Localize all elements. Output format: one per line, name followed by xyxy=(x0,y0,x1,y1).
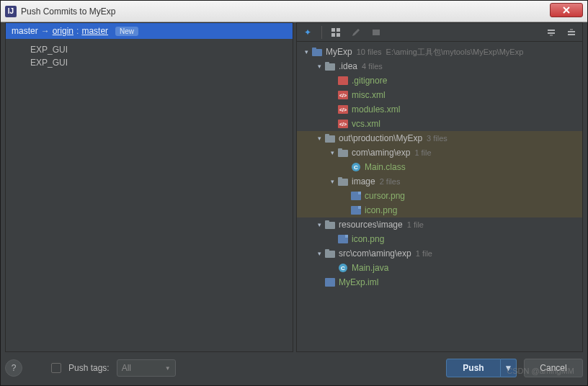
node-label: .idea xyxy=(339,61,357,71)
svg-rect-2 xyxy=(331,28,335,32)
chevron-down-icon[interactable]: ▾ xyxy=(327,178,337,185)
svg-rect-22 xyxy=(338,177,342,180)
folder-icon xyxy=(324,133,336,143)
tree-folder-idea[interactable]: ▾ .idea 4 files xyxy=(297,59,582,73)
node-label: out\production\MyExp xyxy=(339,133,422,143)
node-label: com\aming\exp xyxy=(352,148,410,158)
file-label: icon.png xyxy=(365,205,397,215)
node-label: image xyxy=(352,176,375,187)
chevron-down-icon[interactable]: ▾ xyxy=(314,135,324,142)
tree-folder-pkg[interactable]: ▾ com\aming\exp 1 file xyxy=(297,145,582,160)
titlebar: IJ Push Commits to MyExp xyxy=(1,1,587,22)
app-icon: IJ xyxy=(5,6,17,17)
remote-branch[interactable]: master xyxy=(81,26,108,36)
chevron-down-icon[interactable]: ▾ xyxy=(327,149,337,156)
commit-item[interactable]: EXP_GUI xyxy=(6,56,293,69)
file-label: modules.xml xyxy=(352,104,400,115)
file-count: 1 file xyxy=(416,249,432,258)
tree-folder-out[interactable]: ▾ out\production\MyExp 3 files xyxy=(297,131,582,145)
files-pane: ✦ ▾ MyExp 10 xyxy=(296,22,583,352)
commit-item[interactable]: EXP_GUI xyxy=(6,43,293,56)
chevron-down-icon[interactable]: ▾ xyxy=(314,221,324,228)
push-tags-select[interactable]: All ▼ xyxy=(117,359,176,377)
window-title: Push Commits to MyExp xyxy=(21,6,550,17)
collapse-all-icon[interactable] xyxy=(565,26,578,39)
help-button[interactable]: ? xyxy=(5,359,22,377)
tree-file[interactable]: CMain.class xyxy=(297,160,582,174)
tree-root[interactable]: ▾ MyExp 10 files E:\aming工具包\mytools\MyE… xyxy=(297,45,582,59)
class-icon: C xyxy=(337,263,349,273)
filesystem-path: E:\aming工具包\mytools\MyExp\MyExp xyxy=(386,47,524,58)
node-label: src\com\aming\exp xyxy=(339,248,411,259)
file-label: misc.xml xyxy=(352,90,386,100)
new-badge: New xyxy=(115,27,138,36)
file-count: 4 files xyxy=(362,62,383,71)
chevron-down-icon[interactable]: ▾ xyxy=(314,63,324,70)
tree-file[interactable]: </>vcs.xml xyxy=(297,117,582,131)
chevron-down-icon[interactable]: ▾ xyxy=(301,48,311,55)
svg-rect-18 xyxy=(325,134,329,137)
gitignore-icon xyxy=(337,76,349,86)
select-value: All xyxy=(122,363,131,373)
tree-file[interactable]: icon.png xyxy=(297,232,582,246)
tree-file[interactable]: icon.png xyxy=(297,203,582,217)
colon: : xyxy=(76,26,79,36)
tree-file[interactable]: </>misc.xml xyxy=(297,88,582,102)
push-tags-checkbox[interactable] xyxy=(51,363,61,373)
close-button[interactable] xyxy=(550,3,583,17)
svg-rect-5 xyxy=(337,33,340,37)
tree-folder-resources[interactable]: ▾ resources\image 1 file xyxy=(297,217,582,232)
view-icon[interactable] xyxy=(370,26,383,39)
image-file-icon xyxy=(350,191,362,201)
push-dropdown-button[interactable]: ▼ xyxy=(501,359,517,377)
content-area: master → origin : master New EXP_GUI EXP… xyxy=(5,22,583,352)
tree-folder-src[interactable]: ▾ src\com\aming\exp 1 file xyxy=(297,246,582,261)
file-label: icon.png xyxy=(352,234,384,244)
image-file-icon xyxy=(337,234,349,244)
svg-rect-3 xyxy=(337,28,340,32)
iml-icon xyxy=(324,277,336,287)
xml-icon: </> xyxy=(337,104,349,115)
svg-rect-6 xyxy=(373,30,380,35)
xml-icon: </> xyxy=(337,119,349,129)
tree-file[interactable]: </>modules.xml xyxy=(297,102,582,117)
cancel-button[interactable]: Cancel xyxy=(524,359,583,377)
file-count: 10 files xyxy=(357,48,382,56)
folder-icon xyxy=(337,176,349,187)
file-label: cursor.png xyxy=(365,191,405,201)
svg-rect-26 xyxy=(325,249,329,252)
svg-rect-14 xyxy=(312,48,316,50)
node-label: resources\image xyxy=(339,220,403,230)
svg-rect-20 xyxy=(338,148,342,151)
pin-icon[interactable]: ✦ xyxy=(301,26,314,39)
folder-icon xyxy=(324,248,336,259)
file-label: Main.java xyxy=(352,263,388,273)
file-count: 1 file xyxy=(407,220,424,229)
edit-icon[interactable] xyxy=(349,26,362,39)
file-count: 1 file xyxy=(414,148,431,157)
group-icon[interactable] xyxy=(329,26,342,39)
class-icon: C xyxy=(350,162,362,172)
tree-folder-image[interactable]: ▾ image 2 files xyxy=(297,174,582,189)
commits-pane: master → origin : master New EXP_GUI EXP… xyxy=(5,22,293,352)
tree-file[interactable]: .gitignore xyxy=(297,73,582,88)
tree-file[interactable]: CMain.java xyxy=(297,261,582,275)
push-button[interactable]: Push xyxy=(446,359,501,377)
bottom-bar: ? Push tags: All ▼ Push ▼ Cancel xyxy=(5,355,583,381)
files-toolbar: ✦ xyxy=(297,23,582,42)
arrow-icon: → xyxy=(41,26,50,36)
tree-file[interactable]: cursor.png xyxy=(297,189,582,203)
file-tree[interactable]: ▾ MyExp 10 files E:\aming工具包\mytools\MyE… xyxy=(297,42,582,351)
image-file-icon xyxy=(350,205,362,215)
tree-file[interactable]: MyExp.iml xyxy=(297,275,582,290)
remote-name[interactable]: origin xyxy=(53,26,74,36)
branch-row[interactable]: master → origin : master New xyxy=(6,23,293,39)
toolbar-separator xyxy=(321,26,322,39)
chevron-down-icon[interactable]: ▾ xyxy=(314,250,324,257)
local-branch: master xyxy=(12,26,38,36)
svg-rect-4 xyxy=(331,33,335,37)
folder-icon xyxy=(324,220,336,230)
expand-all-icon[interactable] xyxy=(545,26,558,39)
file-count: 3 files xyxy=(427,134,447,143)
push-button-group: Push ▼ xyxy=(446,359,517,377)
